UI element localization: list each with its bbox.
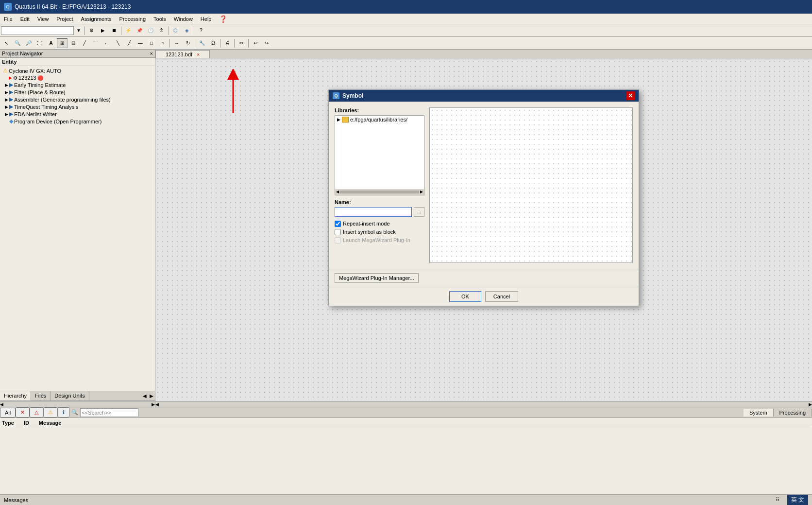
canvas-close-btn[interactable]: × <box>197 52 200 57</box>
tb-arc-btn[interactable]: ╱ <box>124 38 135 48</box>
vertical-resize-handle[interactable]: ⠿ <box>776 497 779 503</box>
name-input[interactable] <box>335 207 412 217</box>
tb-zoom-out-btn[interactable]: 🔎 <box>23 38 34 48</box>
tree-item-program[interactable]: ▶ ◆ Program Device (Open Programmer) <box>1 118 154 125</box>
folder-icon <box>342 117 349 122</box>
tree-item-eda[interactable]: ▶ ▶ EDA Netlist Writer <box>1 110 154 118</box>
tree-item-123213[interactable]: ▶ ⚙ 123213 🔴 <box>1 74 154 81</box>
canvas-scroll-right[interactable]: ▶ <box>809 402 812 407</box>
tab-design-units[interactable]: Design Units <box>51 391 89 401</box>
tb-fit-btn[interactable]: ⛶ <box>34 38 45 48</box>
scroll-track[interactable] <box>4 402 151 406</box>
status-messages-label: Messages <box>4 497 772 503</box>
scroll-left-btn[interactable]: ◀ <box>0 402 3 407</box>
tab-hierarchy[interactable]: Hierarchy <box>0 391 31 401</box>
canvas-scroll-left[interactable]: ◀ <box>155 402 159 407</box>
lib-hscrollbar[interactable]: ◀ ▶ <box>335 189 424 195</box>
scroll-right-btn[interactable]: ▶ <box>152 402 155 407</box>
tree-item-assembler[interactable]: ▶ ▶ Assembler (Generate programming file… <box>1 96 154 103</box>
nav-next[interactable]: ▶ <box>148 393 155 400</box>
panel-close-btn[interactable]: × <box>150 51 153 56</box>
menu-assignments[interactable]: Assignments <box>77 15 116 23</box>
canvas-tab-label: 123123.bdf <box>166 52 192 57</box>
filter-warning-btn[interactable]: △ <box>30 407 43 418</box>
menu-window[interactable]: Window <box>170 15 197 23</box>
repeat-insert-checkbox[interactable] <box>335 221 341 227</box>
tb-text-btn[interactable]: A <box>46 38 56 48</box>
megawizard-manager-btn[interactable]: MegaWizard Plug-In Manager... <box>335 273 419 283</box>
canvas[interactable]: OUTPUT pin name OUTPUT pin name Q <box>155 59 812 401</box>
launch-megawizard-checkbox[interactable] <box>335 237 341 244</box>
tb-line-btn[interactable]: ╲ <box>113 38 123 48</box>
menu-edit[interactable]: Edit <box>17 15 34 23</box>
tb-pin-out-btn[interactable]: — <box>135 38 146 48</box>
filter-error-btn[interactable]: ✕ <box>16 407 30 418</box>
tb-redo-btn[interactable]: ↪ <box>261 38 272 48</box>
bottom-tab-system[interactable]: System <box>744 409 774 417</box>
tree-item-timing[interactable]: ▶ ▶ Early Timing Estimate <box>1 81 154 88</box>
tb-nand-btn[interactable]: ⌐ <box>102 38 112 48</box>
canvas-hscroll[interactable]: ◀ ▶ <box>155 401 812 407</box>
tb-pin-btn[interactable]: 📌 <box>134 26 145 35</box>
tb-wire-btn[interactable]: ╱ <box>79 38 90 48</box>
dropdown-arrow[interactable]: ▼ <box>74 28 83 33</box>
tree-item-cyclone[interactable]: ⚠ Cyclone IV GX: AUTO <box>1 67 154 74</box>
tb-ellipse-btn[interactable]: ○ <box>157 38 168 48</box>
filter-all-btn[interactable]: All <box>0 408 16 418</box>
tb-flow-btn[interactable]: ⚡ <box>123 26 134 35</box>
chip-icon: ⚙ <box>13 75 17 81</box>
filter-caution-btn[interactable]: ⚠ <box>43 407 58 418</box>
nav-prev[interactable]: ◀ <box>141 393 148 400</box>
tb-clock-btn[interactable]: 🕐 <box>145 26 156 35</box>
tb-print-btn[interactable]: 🖨 <box>222 38 233 48</box>
tab-files[interactable]: Files <box>31 391 51 401</box>
canvas-scroll-track[interactable] <box>160 402 808 406</box>
tb-zoom-in-btn[interactable]: 🔍 <box>12 38 23 48</box>
tb-bus-btn[interactable]: ⊟ <box>68 38 79 48</box>
window-title: Quartus II 64-Bit - E:/FPGA/123213 - 123… <box>15 3 131 10</box>
name-input-row: ... <box>335 207 424 217</box>
menu-processing[interactable]: Processing <box>116 15 150 23</box>
browse-button[interactable]: ... <box>414 207 424 217</box>
tb-run-btn[interactable]: ▶ <box>98 26 108 35</box>
libraries-box[interactable]: ▶ e:/fpga/quartus/libraries/ ◀ ▶ <box>335 115 424 195</box>
tb-compile-btn[interactable]: ⚙ <box>86 26 97 35</box>
tb-timing-btn[interactable]: ⏱ <box>156 26 167 35</box>
filter-info-btn[interactable]: ℹ <box>58 407 69 418</box>
tb-undo-btn[interactable]: ↩ <box>250 38 261 48</box>
tb-program-btn[interactable]: ◈ <box>182 26 192 35</box>
tb-mirror-btn[interactable]: ↔ <box>171 38 182 48</box>
lib-scroll-thumb[interactable] <box>340 191 419 193</box>
menu-tools[interactable]: Tools <box>150 15 170 23</box>
dialog-close-btn[interactable]: × <box>626 91 635 100</box>
tb-chip-btn[interactable]: ⬡ <box>170 26 181 35</box>
menu-file[interactable]: File <box>0 15 17 23</box>
lib-item-fpga[interactable]: ▶ e:/fpga/quartus/libraries/ <box>335 116 424 123</box>
cancel-button[interactable]: Cancel <box>485 291 518 302</box>
tb-help2-btn[interactable]: ? <box>196 26 206 35</box>
lib-scroll-right[interactable]: ▶ <box>420 190 423 194</box>
tb-rect-btn[interactable]: □ <box>146 38 157 48</box>
tb-cut-btn[interactable]: ✂ <box>236 38 247 48</box>
menu-help[interactable]: Help <box>197 15 216 23</box>
menu-project[interactable]: Project <box>52 15 77 23</box>
insert-as-block-checkbox[interactable] <box>335 229 341 235</box>
ok-button[interactable]: OK <box>449 291 481 302</box>
tree-item-timequest[interactable]: ▶ ▶ TimeQuest Timing Analysis <box>1 103 154 110</box>
tb-stop-btn[interactable]: ⏹ <box>109 26 119 35</box>
tb-or-btn[interactable]: ⌒ <box>90 38 101 48</box>
tb-symbol-btn[interactable]: ⊞ <box>57 38 68 48</box>
lib-scroll-left[interactable]: ◀ <box>336 190 339 194</box>
canvas-tab-bdf[interactable]: 123123.bdf × <box>155 50 210 58</box>
tb-prop-btn[interactable]: 🔧 <box>197 38 207 48</box>
left-panel-hscroll[interactable]: ◀ ▶ <box>0 401 155 407</box>
tb-rotate-btn[interactable]: ↻ <box>183 38 193 48</box>
main-area: Project Navigator × Entity ⚠ Cyclone IV … <box>0 50 812 407</box>
tree-item-fitter[interactable]: ▶ ▶ Fitter (Place & Route) <box>1 88 154 96</box>
bottom-tab-processing[interactable]: Processing <box>774 409 812 417</box>
message-search-input[interactable] <box>80 408 138 417</box>
tb-name-btn[interactable]: Ω <box>208 38 219 48</box>
menu-view[interactable]: View <box>34 15 53 23</box>
tb-select-btn[interactable]: ↖ <box>1 38 12 48</box>
project-input[interactable] <box>1 26 74 35</box>
